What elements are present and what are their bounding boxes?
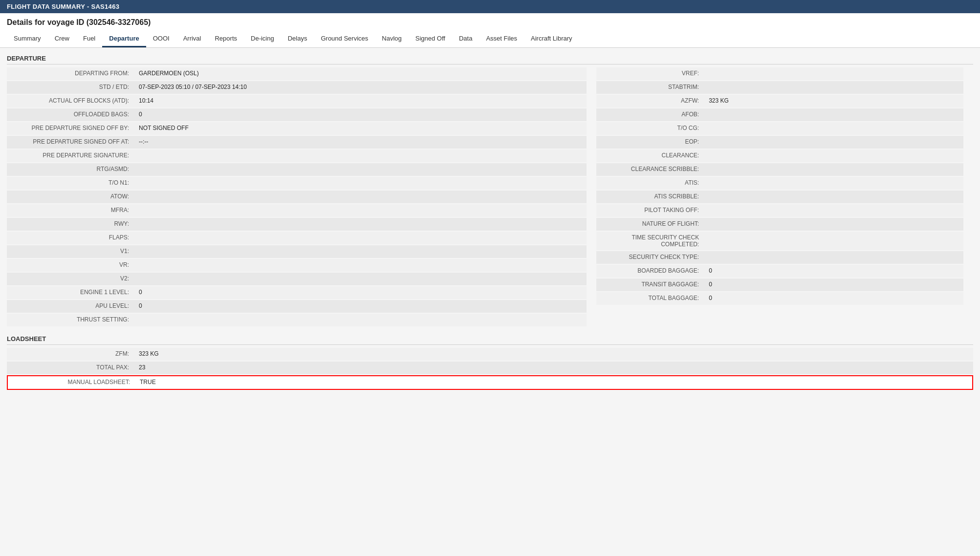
departure-left-row-3: OFFLOADED BAGS:0 — [7, 108, 587, 121]
departure-left-label-16: ENGINE 1 LEVEL: — [7, 286, 134, 299]
departure-left-value-13 — [134, 245, 587, 258]
loadsheet-row-0: ZFM:323 KG — [7, 348, 973, 361]
departure-right-row-3: AFOB: — [596, 108, 963, 121]
loadsheet-fields: ZFM:323 KGTOTAL PAX:23MANUAL LOADSHEET:T… — [7, 348, 973, 390]
departure-left-value-11 — [134, 218, 587, 231]
departure-left-value-7 — [134, 163, 587, 176]
manual-loadsheet-label: MANUAL LOADSHEET: — [8, 376, 135, 389]
departure-left-label-9: ATOW: — [7, 191, 134, 203]
departure-right-row-2: AZFW:323 KG — [596, 95, 963, 107]
departure-left-label-13: V1: — [7, 245, 134, 258]
departure-right-value-2: 323 KG — [704, 95, 963, 107]
tab-de-icing[interactable]: De-icing — [244, 31, 281, 47]
tab-departure[interactable]: Departure — [102, 31, 146, 47]
departure-right-label-11: NATURE OF FLIGHT: — [596, 218, 704, 231]
departure-left-value-9 — [134, 191, 587, 203]
departure-right-value-3 — [704, 108, 963, 121]
departure-right-label-12: TIME SECURITY CHECK COMPLETED: — [596, 232, 704, 250]
departure-right-row-16: TOTAL BAGGAGE:0 — [596, 292, 963, 305]
departure-left-label-5: PRE DEPARTURE SIGNED OFF AT: — [7, 136, 134, 149]
departure-left-label-4: PRE DEPARTURE SIGNED OFF BY: — [7, 122, 134, 135]
departure-left-label-11: RWY: — [7, 218, 134, 231]
departure-right-row-8: ATIS: — [596, 177, 963, 190]
departure-right-value-4 — [704, 122, 963, 135]
departure-left-label-18: THRUST SETTING: — [7, 314, 134, 326]
loadsheet-label-1: TOTAL PAX: — [7, 362, 134, 374]
departure-left-label-2: ACTUAL OFF BLOCKS (ATD): — [7, 95, 134, 107]
departure-left-value-4: NOT SIGNED OFF — [134, 122, 587, 135]
departure-right-label-5: EOP: — [596, 136, 704, 149]
departure-left-value-0: GARDERMOEN (OSL) — [134, 67, 587, 80]
departure-left-value-6 — [134, 150, 587, 162]
tab-ground-services[interactable]: Ground Services — [314, 31, 375, 47]
departure-left-row-12: FLAPS: — [7, 232, 587, 244]
departure-right-label-0: VREF: — [596, 67, 704, 80]
departure-left-label-12: FLAPS: — [7, 232, 134, 244]
tab-reports[interactable]: Reports — [208, 31, 244, 47]
departure-layout: DEPARTING FROM:GARDERMOEN (OSL)STD / ETD… — [7, 67, 973, 327]
departure-left-row-16: ENGINE 1 LEVEL:0 — [7, 286, 587, 299]
departure-right-row-10: PILOT TAKING OFF: — [596, 204, 963, 217]
top-bar-title: FLIGHT DATA SUMMARY - SAS1463 — [7, 3, 119, 10]
tab-asset-files[interactable]: Asset Files — [479, 31, 524, 47]
departure-left-label-0: DEPARTING FROM: — [7, 67, 134, 80]
tab-navlog[interactable]: Navlog — [375, 31, 408, 47]
departure-right-value-10 — [704, 204, 963, 217]
departure-left-value-1: 07-SEP-2023 05:10 / 07-SEP-2023 14:10 — [134, 81, 587, 94]
departure-right-value-9 — [704, 191, 963, 203]
tab-oooi[interactable]: OOOI — [146, 31, 176, 47]
tab-fuel[interactable]: Fuel — [76, 31, 102, 47]
departure-right-label-16: TOTAL BAGGAGE: — [596, 292, 704, 305]
departure-left-value-5: --:-- — [134, 136, 587, 149]
departure-left-value-10 — [134, 204, 587, 217]
departure-left-row-8: T/O N1: — [7, 177, 587, 190]
tab-aircraft-library[interactable]: Aircraft Library — [524, 31, 579, 47]
departure-right-value-0 — [704, 67, 963, 80]
main-content: DEPARTURE DEPARTING FROM:GARDERMOEN (OSL… — [0, 48, 980, 398]
departure-left-row-11: RWY: — [7, 218, 587, 231]
tab-arrival[interactable]: Arrival — [176, 31, 208, 47]
loadsheet-label-0: ZFM: — [7, 348, 134, 361]
departure-left-row-6: PRE DEPARTURE SIGNATURE: — [7, 150, 587, 162]
departure-left-row-10: MFRA: — [7, 204, 587, 217]
departure-left-row-0: DEPARTING FROM:GARDERMOEN (OSL) — [7, 67, 587, 80]
departure-right-value-12 — [704, 232, 963, 250]
departure-right-row-4: T/O CG: — [596, 122, 963, 135]
departure-right-label-14: BOARDED BAGGAGE: — [596, 265, 704, 278]
departure-left-value-17: 0 — [134, 300, 587, 313]
departure-right-row-15: TRANSIT BAGGAGE:0 — [596, 278, 963, 291]
departure-right-value-1 — [704, 81, 963, 94]
departure-left-value-12 — [134, 232, 587, 244]
tab-bar: SummaryCrewFuelDepartureOOOIArrivalRepor… — [7, 31, 973, 47]
tab-delays[interactable]: Delays — [281, 31, 314, 47]
departure-left-row-14: VR: — [7, 259, 587, 272]
departure-left-row-7: RTG/ASMD: — [7, 163, 587, 176]
departure-right-label-7: CLEARANCE SCRIBBLE: — [596, 163, 704, 176]
departure-left-label-3: OFFLOADED BAGS: — [7, 108, 134, 121]
departure-left-value-3: 0 — [134, 108, 587, 121]
tab-signed-off[interactable]: Signed Off — [409, 31, 452, 47]
departure-right-value-16: 0 — [704, 292, 963, 305]
departure-right-label-10: PILOT TAKING OFF: — [596, 204, 704, 217]
page-header: Details for voyage ID (302546-3327065) S… — [0, 13, 980, 48]
departure-left-row-17: APU LEVEL:0 — [7, 300, 587, 313]
departure-left-label-14: VR: — [7, 259, 134, 272]
loadsheet-value-0: 323 KG — [134, 348, 973, 361]
departure-left-label-1: STD / ETD: — [7, 81, 134, 94]
departure-right-row-9: ATIS SCRIBBLE: — [596, 191, 963, 203]
departure-right-row-14: BOARDED BAGGAGE:0 — [596, 265, 963, 278]
departure-right-value-6 — [704, 150, 963, 162]
tab-crew[interactable]: Crew — [48, 31, 76, 47]
departure-right-row-12: TIME SECURITY CHECK COMPLETED: — [596, 232, 963, 250]
departure-left-col: DEPARTING FROM:GARDERMOEN (OSL)STD / ETD… — [7, 67, 587, 327]
departure-right-value-11 — [704, 218, 963, 231]
departure-left-row-15: V2: — [7, 273, 587, 285]
tab-data[interactable]: Data — [452, 31, 479, 47]
loadsheet-section: LOADSHEET ZFM:323 KGTOTAL PAX:23MANUAL L… — [7, 335, 973, 390]
departure-right-label-8: ATIS: — [596, 177, 704, 190]
tab-summary[interactable]: Summary — [7, 31, 48, 47]
departure-left-label-8: T/O N1: — [7, 177, 134, 190]
departure-section-header: DEPARTURE — [7, 55, 973, 64]
departure-right-value-8 — [704, 177, 963, 190]
departure-right-row-1: STABTRIM: — [596, 81, 963, 94]
